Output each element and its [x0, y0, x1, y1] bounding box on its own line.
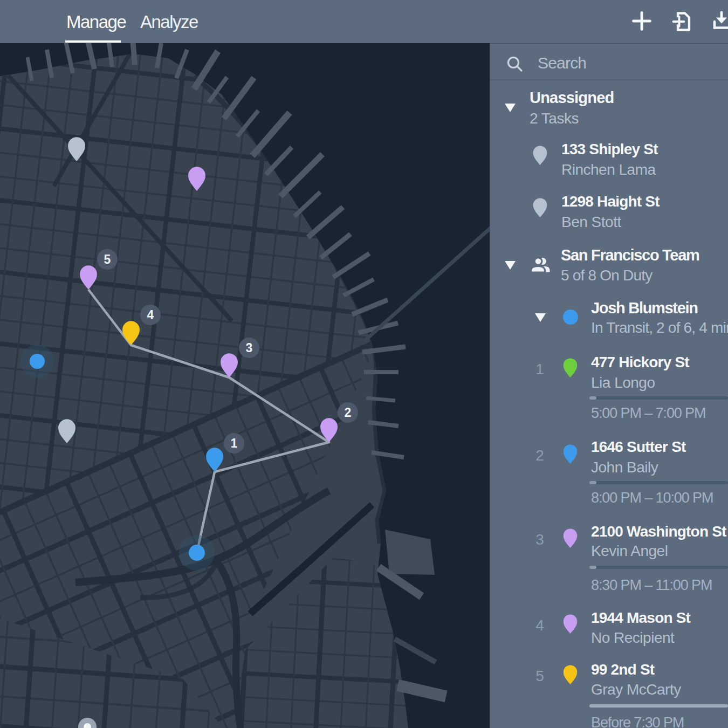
svg-text:4: 4 [147, 308, 154, 322]
svg-text:5: 5 [104, 252, 111, 266]
svg-text:2: 2 [345, 406, 352, 420]
svg-text:1: 1 [231, 436, 238, 450]
svg-text:3: 3 [246, 341, 253, 355]
